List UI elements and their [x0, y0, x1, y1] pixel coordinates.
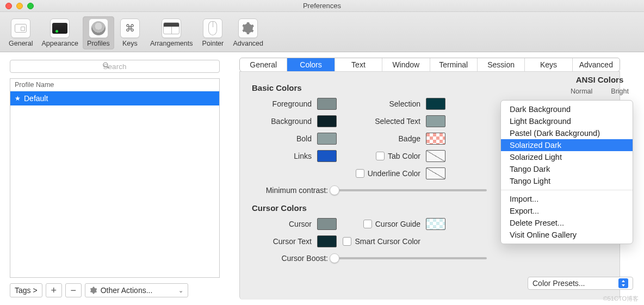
window-title: Preferences [0, 0, 644, 12]
gear-icon [90, 287, 97, 294]
tags-button[interactable]: Tags > [10, 283, 42, 297]
swatch-badge[interactable] [426, 133, 445, 145]
swatch-bold[interactable] [317, 133, 337, 145]
subtab-keys[interactable]: Keys [525, 58, 572, 71]
subtab-window[interactable]: Window [382, 58, 430, 71]
menu-item-dark-background[interactable]: Dark Background [501, 103, 633, 115]
ansi-bright-header: Bright [611, 88, 629, 95]
checkbox-cursor-guide[interactable] [363, 220, 372, 228]
star-icon: ★ [15, 95, 21, 102]
window-titlebar: Preferences [0, 0, 644, 12]
content-area: Profile Name ★ Default Tags > + − Other … [0, 52, 644, 305]
profiles-sidebar: Profile Name ★ Default Tags > + − Other … [0, 52, 234, 305]
label-tab-color: Tab Color [388, 152, 420, 160]
add-profile-button[interactable]: + [46, 283, 62, 297]
toolbar-arrangements[interactable]: Arrangements [146, 16, 197, 49]
color-presets-popup[interactable]: Color Presets... [528, 277, 633, 290]
profile-bottom-controls: Tags > + − Other Actions... ⌄ [10, 283, 230, 297]
subtab-general[interactable]: General [240, 58, 287, 71]
profiles-icon [89, 18, 108, 38]
tags-label: Tags > [15, 286, 38, 295]
toolbar-pointer[interactable]: Pointer [197, 16, 228, 49]
menu-item-solarized-light[interactable]: Solarized Light [501, 151, 633, 163]
appearance-icon [50, 18, 70, 38]
subtab-colors[interactable]: Colors [287, 58, 335, 71]
color-presets-label: Color Presets... [532, 279, 585, 288]
slider-knob[interactable] [330, 185, 339, 195]
watermark: ©51CTO博客 [603, 295, 639, 303]
menu-item-delete[interactable]: Delete Preset... [501, 217, 633, 229]
checkbox-underline-color[interactable] [356, 169, 364, 178]
subtab-advanced[interactable]: Advanced [573, 58, 620, 71]
toolbar-appearance[interactable]: Appearance [37, 16, 82, 49]
ansi-colors-title: ANSI Colors [571, 75, 629, 84]
label-selection: Selection [339, 99, 426, 108]
preferences-toolbar: General Appearance Profiles ⌘ Keys Arran… [0, 12, 644, 52]
label-links: Links [252, 152, 317, 160]
swatch-background[interactable] [317, 115, 337, 127]
remove-profile-button[interactable]: − [65, 283, 82, 297]
basic-colors-title: Basic Colors [252, 83, 608, 92]
profile-list-header: Profile Name [10, 79, 219, 91]
menu-item-export[interactable]: Export... [501, 205, 633, 217]
toolbar-general[interactable]: General [4, 16, 37, 49]
other-actions-menu[interactable]: Other Actions... ⌄ [85, 283, 188, 297]
pointer-icon [203, 18, 222, 38]
menu-item-import[interactable]: Import... [501, 193, 633, 205]
profile-row-default[interactable]: ★ Default [10, 91, 219, 105]
toolbar-profiles[interactable]: Profiles [83, 16, 114, 49]
subtab-terminal[interactable]: Terminal [430, 58, 478, 71]
toolbar-label: Arrangements [150, 40, 193, 47]
slider-knob[interactable] [330, 253, 339, 263]
color-presets-menu: Dark Background Light Background Pastel … [500, 100, 633, 244]
label-cursor: Cursor [252, 220, 317, 228]
swatch-cursor[interactable] [317, 218, 337, 230]
slider-cursor-boost[interactable] [335, 257, 487, 259]
swatch-cursor-guide[interactable] [426, 218, 445, 230]
toolbar-label: Advanced [233, 40, 263, 47]
swatch-foreground[interactable] [317, 98, 337, 110]
menu-item-tango-light[interactable]: Tango Light [501, 175, 633, 187]
label-cursor-boost: Cursor Boost: [252, 254, 328, 263]
option-tab-color: Tab Color [339, 152, 426, 160]
option-cursor-guide: Cursor Guide [339, 220, 426, 228]
checkbox-tab-color[interactable] [376, 152, 385, 160]
gear-icon [242, 22, 255, 35]
toolbar-keys[interactable]: ⌘ Keys [114, 16, 146, 49]
label-minimum-contrast: Minimum contrast: [252, 186, 328, 195]
ansi-colors-block: ANSI Colors Normal Bright [571, 75, 629, 95]
checkbox-smart-cursor[interactable] [343, 237, 351, 246]
menu-item-tango-dark[interactable]: Tango Dark [501, 163, 633, 175]
menu-item-light-background[interactable]: Light Background [501, 115, 633, 127]
label-bold: Bold [252, 134, 317, 143]
menu-separator [501, 190, 633, 190]
toolbar-advanced[interactable]: Advanced [228, 16, 268, 49]
subtab-text[interactable]: Text [335, 58, 382, 71]
subtab-session[interactable]: Session [478, 58, 525, 71]
arrangements-icon [162, 18, 181, 38]
label-selected-text: Selected Text [339, 117, 426, 126]
svg-point-0 [103, 63, 108, 67]
slider-minimum-contrast[interactable] [335, 189, 487, 191]
swatch-underline-color[interactable] [426, 167, 445, 179]
toolbar-label: General [9, 40, 33, 47]
swatch-selected-text[interactable] [426, 115, 445, 127]
profile-name: Default [24, 94, 48, 103]
swatch-links[interactable] [317, 150, 337, 162]
label-underline-color: Underline Color [368, 169, 420, 178]
menu-item-gallery[interactable]: Visit Online Gallery [501, 229, 633, 241]
profile-list[interactable]: Profile Name ★ Default [10, 78, 220, 278]
label-foreground: Foreground [252, 99, 317, 108]
swatch-selection[interactable] [426, 98, 445, 110]
swatch-tab-color[interactable] [426, 150, 445, 162]
search-input[interactable] [10, 60, 220, 73]
toolbar-label: Pointer [202, 40, 224, 47]
search-wrap [10, 60, 220, 73]
toolbar-label: Keys [122, 40, 138, 47]
menu-item-solarized-dark[interactable]: Solarized Dark [501, 139, 633, 151]
search-icon [102, 62, 110, 71]
general-icon [11, 18, 30, 38]
swatch-cursor-text[interactable] [317, 235, 337, 247]
menu-item-pastel[interactable]: Pastel (Dark Background) [501, 127, 633, 139]
profile-settings-pane: General Colors Text Window Terminal Sess… [234, 52, 644, 305]
